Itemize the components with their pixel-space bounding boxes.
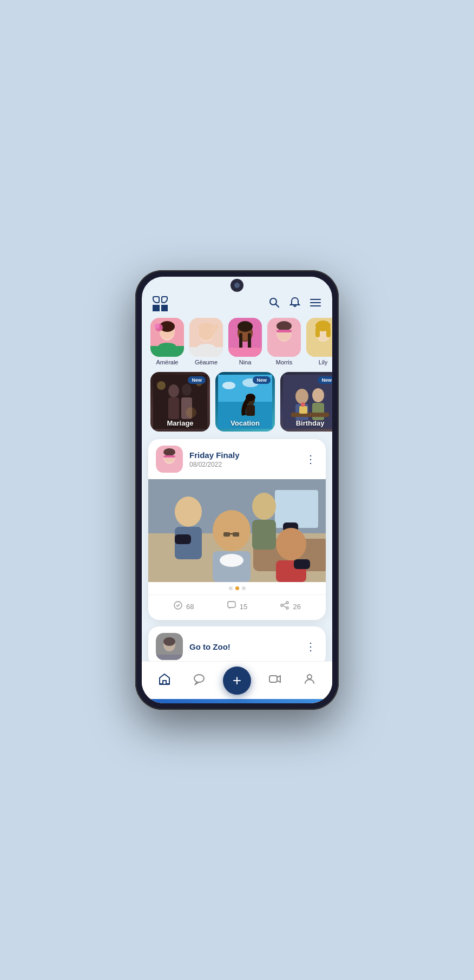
album-birthday-badge: New <box>318 376 332 384</box>
like-count: 68 <box>186 603 194 611</box>
contact-amerale[interactable]: Amërale <box>150 318 184 365</box>
card-2-title: Go to Zoo! <box>189 642 297 651</box>
svg-point-82 <box>163 448 175 456</box>
logo-sq-4 <box>161 305 168 312</box>
feed-card-2: Go to Zoo! ⋮ <box>148 626 326 661</box>
svg-point-51 <box>157 381 166 390</box>
svg-rect-49 <box>168 397 179 419</box>
menu-icon[interactable] <box>310 297 321 311</box>
album-vocation[interactable]: New Vocation <box>215 372 275 432</box>
fab-plus-icon: + <box>233 673 241 688</box>
contact-gaume[interactable]: Gëaume <box>189 318 223 365</box>
nav-profile[interactable] <box>299 668 320 692</box>
svg-point-48 <box>182 384 192 396</box>
like-icon <box>173 600 183 612</box>
comment-count: 15 <box>240 603 247 611</box>
content-scroll[interactable]: Amërale <box>142 316 332 661</box>
card-1-actions: 68 15 <box>148 594 326 620</box>
card-2-header: Go to Zoo! ⋮ <box>148 626 326 661</box>
svg-rect-33 <box>267 348 301 357</box>
svg-rect-66 <box>312 403 324 420</box>
bell-icon[interactable] <box>289 297 301 311</box>
notch-bar <box>142 277 332 294</box>
logo-sq-1 <box>153 296 160 303</box>
svg-point-31 <box>276 321 292 331</box>
album-birthday[interactable]: New Birthday <box>280 372 332 432</box>
svg-rect-38 <box>315 328 320 337</box>
svg-rect-67 <box>291 413 329 417</box>
svg-rect-32 <box>276 330 292 332</box>
comment-icon <box>227 600 236 612</box>
album-vocation-badge: New <box>253 376 271 384</box>
album-vocation-label: Vocation <box>215 419 275 427</box>
svg-rect-68 <box>299 406 307 414</box>
contact-name-amerale: Amërale <box>156 359 179 365</box>
nav-video[interactable] <box>264 668 286 692</box>
comment-button[interactable]: 15 <box>227 600 247 612</box>
svg-point-89 <box>175 496 202 527</box>
bottom-nav: + <box>142 661 332 699</box>
svg-point-108 <box>286 607 288 609</box>
contact-avatar-amerale <box>150 318 184 357</box>
search-icon[interactable] <box>268 297 280 311</box>
feed-section: Friday Finaly 08/02/2022 ⋮ <box>142 439 332 661</box>
svg-rect-27 <box>228 348 262 357</box>
svg-point-116 <box>194 675 204 682</box>
share-count: 26 <box>293 603 300 611</box>
share-icon <box>280 600 289 612</box>
phone-frame: Amërale <box>135 270 339 710</box>
nav-chat[interactable] <box>188 668 210 692</box>
card-2-avatar <box>156 633 183 660</box>
svg-point-63 <box>295 389 308 404</box>
svg-rect-114 <box>156 655 183 660</box>
contact-avatar-lily <box>306 318 332 357</box>
svg-rect-101 <box>233 532 239 537</box>
card-2-menu[interactable]: ⋮ <box>303 638 318 655</box>
contact-avatar-gaume <box>189 318 223 357</box>
svg-point-53 <box>186 407 196 418</box>
top-bar <box>142 294 332 316</box>
app-logo <box>153 296 168 311</box>
top-icons <box>268 297 321 311</box>
album-mariage-label: Mariage <box>150 419 210 427</box>
svg-point-16 <box>199 323 214 332</box>
contact-name-morris: Morris <box>276 359 293 365</box>
notch <box>231 279 243 292</box>
nav-home[interactable] <box>154 668 175 692</box>
svg-point-91 <box>252 493 276 520</box>
contact-morris[interactable]: Morris <box>267 318 301 365</box>
svg-point-97 <box>276 528 306 560</box>
svg-rect-95 <box>175 534 191 544</box>
svg-rect-105 <box>228 602 235 607</box>
dot-2 <box>235 586 239 590</box>
svg-line-109 <box>283 603 286 605</box>
svg-point-64 <box>312 388 324 402</box>
fab-add-button[interactable]: + <box>223 667 251 695</box>
albums-row: New Mariage <box>142 372 332 439</box>
svg-rect-26 <box>248 333 251 349</box>
svg-point-113 <box>163 637 175 646</box>
svg-point-9 <box>159 343 176 349</box>
card-1-image <box>148 479 326 582</box>
svg-rect-84 <box>156 468 183 473</box>
contact-name-nina: Nina <box>239 359 252 365</box>
svg-point-93 <box>213 510 251 551</box>
contact-nina[interactable]: Nina <box>228 318 262 365</box>
logo-sq-3 <box>153 305 160 312</box>
card-1-info: Friday Finaly 08/02/2022 <box>189 450 297 468</box>
dot-3 <box>242 586 246 590</box>
card-1-header: Friday Finaly 08/02/2022 ⋮ <box>148 439 326 479</box>
share-button[interactable]: 26 <box>280 600 300 612</box>
card-1-avatar <box>156 446 183 473</box>
dot-1 <box>229 586 233 590</box>
contact-lily[interactable]: Lily <box>306 318 332 365</box>
album-mariage-badge: New <box>188 376 206 384</box>
like-button[interactable]: 68 <box>173 600 194 612</box>
card-1-dots <box>148 582 326 592</box>
svg-point-69 <box>301 402 305 407</box>
album-birthday-label: Birthday <box>280 419 332 427</box>
svg-rect-60 <box>246 405 255 416</box>
card-1-menu[interactable]: ⋮ <box>303 450 318 468</box>
card-2-info: Go to Zoo! <box>189 642 297 651</box>
album-mariage[interactable]: New Mariage <box>150 372 210 432</box>
